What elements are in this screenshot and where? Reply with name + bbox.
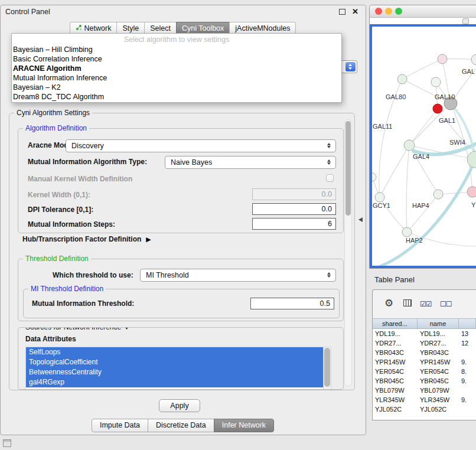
algorithm-option[interactable]: Dream8 DC_TDC Algorithm — [12, 92, 341, 102]
algorithm-definition-title: Algorithm Definition — [23, 124, 89, 132]
table-row[interactable]: YPR145WYPR145W9. — [373, 357, 476, 367]
collapse-triangle-icon[interactable]: ▼ — [123, 327, 130, 331]
table-cell: YBR043C — [418, 348, 459, 357]
network-node[interactable] — [402, 227, 412, 237]
column-header-name[interactable]: name — [418, 319, 459, 328]
attribute-list-item[interactable]: TopologicalCoefficient — [26, 357, 331, 367]
dock-panel-icon[interactable] — [3, 439, 11, 447]
panel-splitter-arrow[interactable] — [358, 217, 363, 222]
table-row[interactable]: YBR043CYBR043C — [373, 348, 476, 357]
aracne-mode-select[interactable]: Discovery — [66, 139, 336, 152]
algorithm-option[interactable]: Basic Correlation Inference — [12, 54, 341, 64]
data-attributes-label: Data Attributes — [25, 335, 76, 343]
table-header: shared... name — [373, 318, 476, 329]
attributes-scrollbar[interactable] — [323, 347, 331, 390]
column-selector-icon[interactable] — [403, 299, 412, 306]
dpi-tolerance-label: DPI Tolerance [0,1]: — [28, 206, 93, 214]
attribute-list-item[interactable]: BetweennessCentrality — [26, 367, 331, 377]
apply-button[interactable]: Apply — [159, 399, 200, 412]
table-cell: YER054C — [418, 367, 459, 376]
mi-type-value: Naive Bayes — [171, 156, 212, 168]
table-cell: YJL052C — [418, 405, 459, 414]
settings-scrollbar[interactable] — [344, 119, 352, 386]
data-attributes-list[interactable]: SelfLoopsTopologicalCoefficientBetweenne… — [25, 347, 331, 390]
threshold-definition-group: Threshold Definition Which threshold to … — [18, 259, 344, 321]
select-all-icon[interactable]: ☑☑ — [420, 300, 432, 308]
tab-network-label: Network — [84, 22, 112, 34]
table-cell: YBR045C — [373, 376, 418, 386]
table-row[interactable]: YLR345WYLR345W9. — [373, 395, 476, 405]
network-node[interactable] — [438, 54, 447, 64]
network-view-window: GAL80GAL10GAL11GAL1SWI4GAL4GCY1HAP4HAP2G… — [369, 5, 476, 269]
network-node[interactable] — [404, 140, 415, 151]
network-node-label: Y — [471, 201, 476, 208]
minimize-traffic-light[interactable] — [385, 8, 392, 15]
column-header-shared-name[interactable]: shared... — [373, 319, 418, 328]
attribute-list-item[interactable]: gal4RGexp — [26, 377, 331, 387]
tab-discretize-data[interactable]: Discretize Data — [148, 419, 214, 432]
table-cell: YBR043C — [373, 348, 418, 357]
combobox-arrows-icon — [345, 62, 356, 71]
scrollbar-thumb[interactable] — [345, 121, 351, 216]
table-panel-title: Table Panel — [374, 275, 415, 284]
network-node-label: GCY1 — [373, 202, 390, 209]
algorithm-option[interactable]: ARACNE Algorithm — [12, 64, 341, 73]
table-cell: YPR145W — [418, 357, 459, 367]
mi-threshold-field[interactable]: 0.5 — [250, 298, 334, 309]
network-canvas[interactable]: GAL80GAL10GAL11GAL1SWI4GAL4GCY1HAP4HAP2G… — [370, 24, 476, 268]
tab-infer-network[interactable]: Infer Network — [214, 419, 274, 432]
table-cell: YPR145W — [373, 357, 418, 367]
attribute-list-item[interactable]: SelfLoops — [26, 347, 331, 357]
network-node-label: GAL — [462, 68, 475, 75]
column-header-extra[interactable] — [459, 319, 476, 328]
network-node-label: GAL4 — [413, 153, 429, 160]
network-node[interactable] — [433, 104, 442, 113]
table-row[interactable]: YER054CYER054C8. — [373, 367, 476, 376]
close-traffic-light[interactable] — [375, 8, 382, 15]
which-threshold-select[interactable]: MI Threshold — [140, 269, 336, 282]
network-node-label: GAL80 — [386, 93, 406, 100]
network-node[interactable] — [431, 77, 441, 87]
updown-arrows-icon — [327, 272, 332, 278]
hub-definition-toggle[interactable]: Hub/Transcription Factor Definition ▶ — [22, 235, 151, 243]
mi-steps-field[interactable]: 6 — [252, 218, 336, 230]
mi-threshold-definition-group: MI Threshold Definition Mutual Informati… — [23, 289, 340, 318]
float-window-icon[interactable] — [339, 9, 345, 15]
table-cell: 9. — [459, 376, 476, 386]
network-node[interactable] — [372, 173, 376, 181]
network-edge — [402, 59, 442, 79]
network-node[interactable] — [467, 151, 476, 168]
table-row[interactable]: YBL079WYBL079W — [373, 386, 476, 395]
deselect-all-icon[interactable]: ☐☐ — [440, 300, 452, 308]
settings-gear-icon[interactable]: ⚙ — [384, 297, 393, 309]
network-node[interactable] — [471, 54, 476, 65]
table-row[interactable]: YDR27...YDR27...12 — [373, 338, 476, 348]
network-node[interactable] — [433, 190, 443, 199]
algorithm-option[interactable]: Bayesian – Hill Climbing — [12, 45, 341, 54]
mi-threshold-title: MI Threshold Definition — [28, 285, 106, 293]
dpi-tolerance-field[interactable]: 0.0 — [252, 203, 336, 215]
network-tab-icon — [76, 22, 82, 34]
manual-kernel-checkbox — [326, 174, 334, 182]
table-row[interactable]: YDL19...YDL19...13 — [373, 329, 476, 338]
which-threshold-value: MI Threshold — [146, 269, 189, 281]
close-icon[interactable]: ✕ — [352, 7, 358, 16]
network-node[interactable] — [375, 193, 384, 202]
algorithm-combobox-partial[interactable] — [342, 60, 357, 73]
bottom-tabbar: Impute Data Discretize Data Infer Networ… — [1, 419, 366, 432]
view-options-button[interactable] — [462, 18, 469, 24]
mi-algorithm-type-select[interactable]: Naive Bayes — [165, 156, 336, 169]
network-node[interactable] — [397, 74, 407, 84]
scrollbar-thumb[interactable] — [324, 348, 330, 387]
algorithm-option[interactable]: Bayesian – K2 — [12, 83, 341, 92]
algorithm-option[interactable]: Mutual Information Inference — [12, 73, 341, 83]
network-node[interactable] — [467, 187, 476, 197]
table-row[interactable]: YBR045CYBR045C9. — [373, 376, 476, 386]
tab-impute-data[interactable]: Impute Data — [92, 419, 148, 432]
network-node-label: SWI4 — [449, 139, 465, 146]
table-cell: YER054C — [373, 367, 418, 376]
zoom-traffic-light[interactable] — [395, 8, 402, 15]
table-row[interactable]: YJL052CYJL052C — [373, 405, 476, 414]
hub-definition-label: Hub/Transcription Factor Definition — [22, 235, 141, 243]
updown-arrows-icon — [327, 159, 332, 165]
